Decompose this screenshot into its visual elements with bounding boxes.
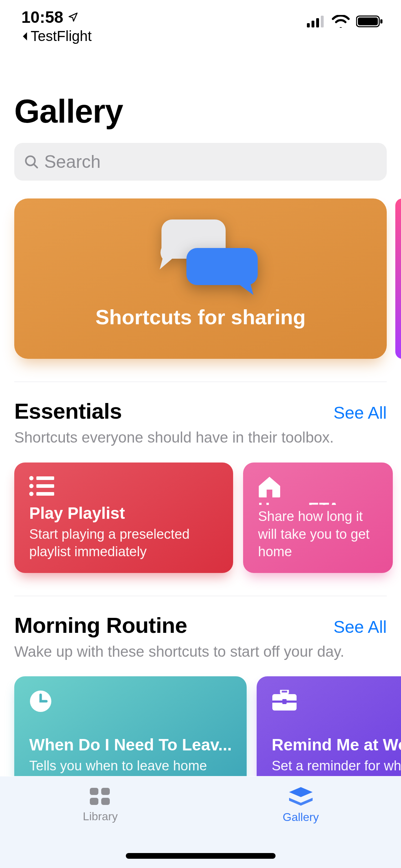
shortcut-subtitle: Start playing a preselected playlist imm… <box>29 526 218 561</box>
divider <box>14 382 387 382</box>
svg-rect-16 <box>281 690 288 693</box>
location-icon <box>68 12 78 22</box>
search-icon <box>24 154 39 170</box>
back-to-app-label: TestFlight <box>31 28 92 44</box>
shortcut-subtitle: Share how long it will take you to get h… <box>258 508 378 560</box>
svg-rect-23 <box>101 798 110 805</box>
svg-point-11 <box>29 484 34 488</box>
status-bar: 10:58 TestFlight <box>0 0 401 39</box>
svg-point-9 <box>29 476 34 480</box>
hero-caption: Shortcuts for sharing <box>96 305 306 329</box>
status-right <box>307 15 383 28</box>
shortcut-card-remind-at-work[interactable]: Remind Me at Work Set a reminder for whe… <box>257 676 401 787</box>
back-to-app-button[interactable]: TestFlight <box>21 28 92 44</box>
svg-rect-12 <box>36 484 54 488</box>
tab-label: Gallery <box>283 811 319 824</box>
page-title: Gallery <box>14 93 387 130</box>
wifi-icon <box>332 15 350 28</box>
essentials-card-row[interactable]: Play Playlist Start playing a preselecte… <box>14 463 387 573</box>
svg-rect-1 <box>312 21 314 27</box>
search-input[interactable] <box>44 151 377 172</box>
hero-carousel[interactable]: Shortcuts for sharing <box>14 198 387 359</box>
svg-line-8 <box>34 164 37 168</box>
battery-icon <box>356 15 383 28</box>
clock-icon <box>29 690 52 713</box>
gallery-icon <box>287 786 315 807</box>
svg-rect-5 <box>358 17 378 25</box>
svg-rect-3 <box>321 16 324 27</box>
see-all-morning[interactable]: See All <box>334 617 387 637</box>
svg-point-13 <box>29 492 34 496</box>
library-icon <box>88 786 112 806</box>
list-icon <box>29 476 54 496</box>
svg-rect-22 <box>90 798 98 805</box>
back-caret-icon <box>21 32 29 41</box>
hero-card-sharing[interactable]: Shortcuts for sharing <box>14 198 387 359</box>
section-subtitle-morning: Wake up with these shortcuts to start of… <box>14 642 387 662</box>
tab-label: Library <box>83 810 118 823</box>
svg-rect-14 <box>36 492 54 496</box>
shortcut-title: Play Playlist <box>29 503 218 523</box>
status-time-value: 10:58 <box>21 7 63 27</box>
svg-rect-6 <box>380 19 382 24</box>
section-title-essentials: Essentials <box>14 398 122 424</box>
see-all-essentials[interactable]: See All <box>334 403 387 423</box>
svg-rect-10 <box>36 476 54 480</box>
chat-bubbles-icon <box>151 219 251 294</box>
shortcut-card-play-playlist[interactable]: Play Playlist Start playing a preselecte… <box>14 463 233 573</box>
morning-card-row[interactable]: When Do I Need To Leav... Tells you when… <box>14 676 387 787</box>
section-subtitle-essentials: Shortcuts everyone should have in their … <box>14 428 387 448</box>
divider <box>14 596 387 596</box>
status-time: 10:58 <box>21 7 92 27</box>
shortcut-title: Remind Me at Work <box>272 735 401 754</box>
search-bar[interactable] <box>14 143 387 181</box>
shortcut-card-when-to-leave[interactable]: When Do I Need To Leav... Tells you when… <box>14 676 247 787</box>
section-title-morning: Morning Routine <box>14 613 187 638</box>
shortcut-subtitle: Tells you when to leave home <box>29 757 232 775</box>
home-indicator[interactable] <box>126 853 276 859</box>
svg-rect-21 <box>101 788 110 795</box>
home-icon <box>258 476 281 497</box>
shortcut-card-home-eta[interactable]: Home ETA Share how long it will take you… <box>243 463 393 573</box>
svg-rect-19 <box>282 699 287 704</box>
svg-rect-2 <box>316 18 319 27</box>
svg-rect-0 <box>307 23 310 27</box>
cellular-icon <box>307 15 325 27</box>
shortcut-subtitle: Set a reminder for when <box>272 757 401 775</box>
briefcase-icon <box>272 690 297 711</box>
hero-card-next[interactable] <box>395 198 401 359</box>
svg-rect-20 <box>90 788 98 795</box>
shortcut-title: Home ETA <box>258 499 378 505</box>
shortcut-title: When Do I Need To Leav... <box>29 735 232 754</box>
